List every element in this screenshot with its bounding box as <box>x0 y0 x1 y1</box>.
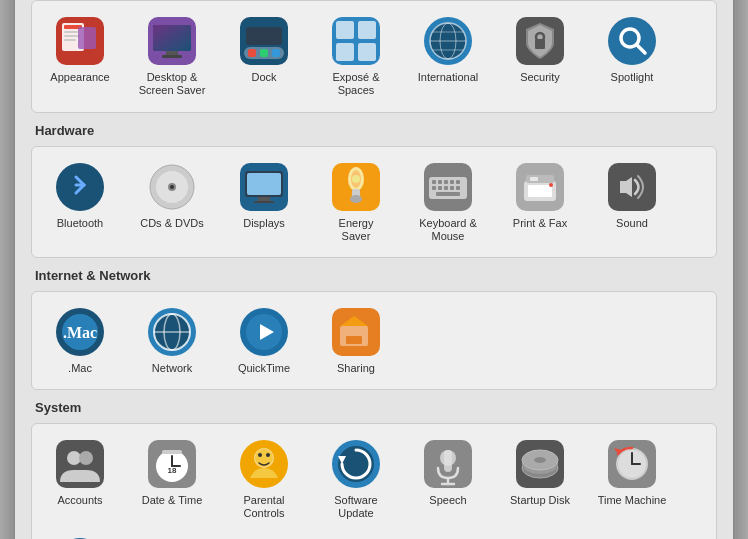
svg-rect-49 <box>258 197 270 201</box>
pref-label-sharing: Sharing <box>337 362 375 375</box>
section-items-system: Accounts18Date & TimeParentalControlsSof… <box>31 423 717 539</box>
pref-item-cds-dvds[interactable]: CDs & DVDs <box>128 155 216 249</box>
pref-icon-quicktime <box>238 306 290 358</box>
pref-item-security[interactable]: Security <box>496 9 584 103</box>
system-preferences-window: System Preferences ◀ ▶ Show All Personal… <box>14 0 734 539</box>
pref-icon-appearance <box>54 15 106 67</box>
svg-rect-62 <box>450 180 454 184</box>
svg-rect-8 <box>78 27 96 49</box>
pref-label-print-fax: Print & Fax <box>513 217 567 230</box>
svg-point-94 <box>79 451 93 465</box>
pref-item-software-update[interactable]: SoftwareUpdate <box>312 432 400 526</box>
pref-item-print-fax[interactable]: Print & Fax <box>496 155 584 249</box>
svg-rect-65 <box>438 186 442 190</box>
pref-item-parental-controls[interactable]: ParentalControls <box>220 432 308 526</box>
svg-rect-68 <box>456 186 460 190</box>
pref-item-quicktime[interactable]: QuickTime <box>220 300 308 381</box>
pref-item-bluetooth[interactable]: Bluetooth <box>36 155 124 249</box>
svg-point-121 <box>534 457 546 463</box>
section-items-hardware: BluetoothCDs & DVDsDisplaysEnergySaverKe… <box>31 146 717 258</box>
section-system: SystemAccounts18Date & TimeParentalContr… <box>31 400 717 539</box>
pref-item-international[interactable]: International <box>404 9 492 103</box>
svg-rect-50 <box>254 201 274 203</box>
pref-icon-sound <box>606 161 658 213</box>
section-items-personal: AppearanceDesktop &Screen SaverDockExpos… <box>31 0 717 112</box>
pref-label-energy-saver: EnergySaver <box>339 217 374 243</box>
pref-item-keyboard-mouse[interactable]: Keyboard &Mouse <box>404 155 492 249</box>
pref-label-bluetooth: Bluetooth <box>57 217 103 230</box>
svg-rect-61 <box>444 180 448 184</box>
pref-item-desktop-screensaver[interactable]: Desktop &Screen Saver <box>128 9 216 103</box>
pref-item-speech[interactable]: Speech <box>404 432 492 526</box>
svg-rect-59 <box>432 180 436 184</box>
svg-rect-60 <box>438 180 442 184</box>
pref-label-expose-spaces: Exposé &Spaces <box>332 71 379 97</box>
pref-icon-speech <box>422 438 474 490</box>
svg-rect-91 <box>346 336 362 344</box>
pref-item-sharing[interactable]: Sharing <box>312 300 400 381</box>
pref-label-keyboard-mouse: Keyboard &Mouse <box>419 217 476 243</box>
section-internet-network: Internet & Network.Mac.MacNetworkQuickTi… <box>31 268 717 390</box>
pref-label-cds-dvds: CDs & DVDs <box>140 217 204 230</box>
pref-item-energy-saver[interactable]: EnergySaver <box>312 155 400 249</box>
pref-label-speech: Speech <box>429 494 466 507</box>
pref-icon-spotlight <box>606 15 658 67</box>
pref-label-displays: Displays <box>243 217 285 230</box>
svg-point-35 <box>608 17 656 65</box>
pref-icon-energy-saver <box>330 161 382 213</box>
pref-icon-print-fax <box>514 161 566 213</box>
svg-rect-18 <box>272 49 280 57</box>
svg-rect-72 <box>528 185 552 197</box>
content-area: PersonalAppearanceDesktop &Screen SaverD… <box>15 0 733 539</box>
pref-item-displays[interactable]: Displays <box>220 155 308 249</box>
pref-icon-time-machine <box>606 438 658 490</box>
svg-rect-12 <box>166 51 178 55</box>
pref-item-universal-access[interactable]: UniversalAccess <box>36 530 124 539</box>
svg-rect-11 <box>153 25 191 51</box>
svg-point-93 <box>67 451 81 465</box>
pref-icon-software-update <box>330 438 382 490</box>
section-hardware: HardwareBluetoothCDs & DVDsDisplaysEnerg… <box>31 123 717 258</box>
pref-label-startup-disk: Startup Disk <box>510 494 570 507</box>
svg-rect-24 <box>358 43 376 61</box>
pref-label-parental-controls: ParentalControls <box>244 494 285 520</box>
pref-icon-keyboard-mouse <box>422 161 474 213</box>
pref-label-date-time: Date & Time <box>142 494 203 507</box>
pref-item-appearance[interactable]: Appearance <box>36 9 124 103</box>
svg-point-75 <box>549 183 553 187</box>
svg-text:18: 18 <box>168 466 177 475</box>
pref-icon-sharing <box>330 306 382 358</box>
pref-icon-expose-spaces <box>330 15 382 67</box>
svg-point-105 <box>266 453 270 457</box>
pref-item-date-time[interactable]: 18Date & Time <box>128 432 216 526</box>
pref-item-dock[interactable]: Dock <box>220 9 308 103</box>
section-title-hardware: Hardware <box>31 123 717 138</box>
pref-item-spotlight[interactable]: Spotlight <box>588 9 676 103</box>
svg-rect-16 <box>248 49 256 57</box>
pref-item-startup-disk[interactable]: Startup Disk <box>496 432 584 526</box>
svg-rect-6 <box>64 35 80 37</box>
pref-label-appearance: Appearance <box>50 71 109 84</box>
pref-item-mac[interactable]: .Mac.Mac <box>36 300 124 381</box>
pref-item-sound[interactable]: Sound <box>588 155 676 249</box>
pref-icon-network <box>146 306 198 358</box>
svg-rect-19 <box>246 27 282 45</box>
svg-text:.Mac: .Mac <box>63 324 97 341</box>
pref-label-security: Security <box>520 71 560 84</box>
pref-label-quicktime: QuickTime <box>238 362 290 375</box>
pref-icon-international <box>422 15 474 67</box>
svg-rect-21 <box>336 21 354 39</box>
pref-item-time-machine[interactable]: Time Machine <box>588 432 676 526</box>
svg-rect-69 <box>436 192 460 196</box>
svg-rect-23 <box>336 43 354 61</box>
svg-rect-64 <box>432 186 436 190</box>
svg-point-104 <box>258 453 262 457</box>
pref-item-expose-spaces[interactable]: Exposé &Spaces <box>312 9 400 103</box>
svg-rect-5 <box>64 31 78 33</box>
svg-rect-97 <box>162 450 182 454</box>
pref-icon-parental-controls <box>238 438 290 490</box>
pref-label-time-machine: Time Machine <box>598 494 667 507</box>
svg-rect-48 <box>247 173 281 195</box>
pref-item-accounts[interactable]: Accounts <box>36 432 124 526</box>
pref-item-network[interactable]: Network <box>128 300 216 381</box>
